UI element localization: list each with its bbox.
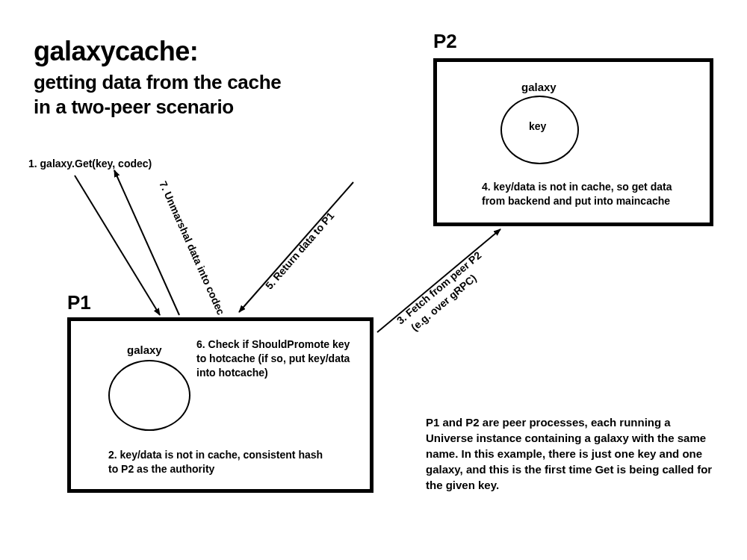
p1-label: P1: [67, 291, 91, 314]
step-7-label: 7. Unmarshal data into codec: [157, 179, 227, 317]
p1-galaxy-label: galaxy: [127, 343, 162, 356]
p1-galaxy-circle: [108, 360, 190, 431]
p2-key-label: key: [529, 120, 546, 132]
description-text: P1 and P2 are peer processes, each runni…: [426, 414, 717, 493]
p1-bottom-note: 2. key/data is not in cache, consistent …: [108, 448, 332, 476]
p1-internal-note: 6. Check if ShouldPromote key to hotcach…: [196, 337, 357, 380]
p1-box: galaxy 6. Check if ShouldPromote key to …: [67, 317, 374, 493]
step-1-label: 1. galaxy.Get(key, codec): [28, 157, 152, 171]
p2-box: galaxy key 4. key/data is not in cache, …: [433, 58, 713, 226]
p2-galaxy-label: galaxy: [521, 81, 557, 93]
diagram-subtitle: getting data from the cache in a two-pee…: [34, 70, 281, 119]
diagram-title: galaxycache:: [34, 36, 198, 67]
p2-note: 4. key/data is not in cache, so get data…: [482, 180, 691, 208]
subtitle-line-1: getting data from the cache: [34, 71, 281, 93]
step-5-label: 5. Return data to P1: [263, 210, 336, 292]
subtitle-line-2: in a two-peer scenario: [34, 96, 234, 118]
p2-label: P2: [433, 30, 457, 53]
